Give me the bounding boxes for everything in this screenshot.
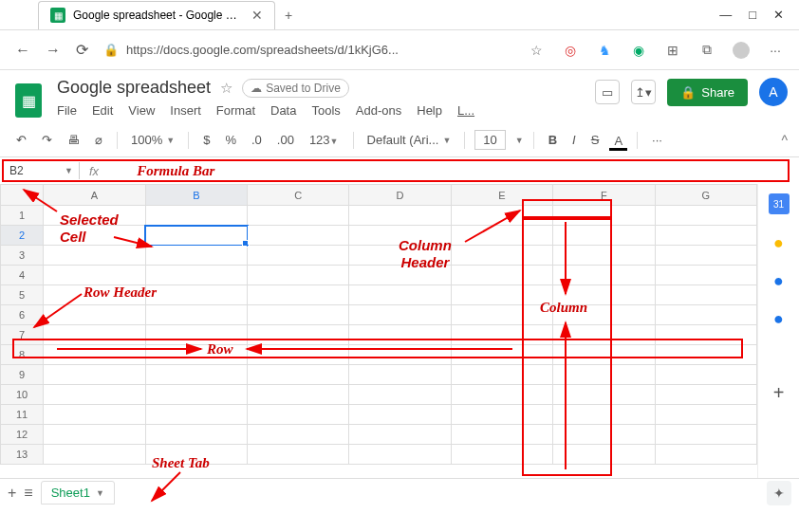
extension-icon-2[interactable]: ♞ bbox=[596, 42, 613, 59]
cell[interactable] bbox=[145, 425, 247, 445]
cell[interactable] bbox=[44, 445, 145, 465]
cell[interactable] bbox=[44, 345, 145, 365]
cell[interactable] bbox=[248, 365, 349, 385]
cell[interactable] bbox=[349, 305, 451, 325]
cell[interactable] bbox=[44, 266, 145, 285]
menu-item-file[interactable]: File bbox=[57, 103, 77, 118]
cell[interactable] bbox=[44, 226, 145, 246]
cell[interactable] bbox=[349, 226, 451, 246]
cell[interactable] bbox=[145, 206, 247, 226]
row-header[interactable]: 2 bbox=[1, 226, 44, 246]
cell[interactable] bbox=[553, 246, 655, 266]
keep-rail-icon[interactable]: ● bbox=[770, 233, 789, 252]
sheet-tab-active[interactable]: Sheet1▼ bbox=[41, 481, 115, 504]
saved-indicator[interactable]: ☁ Saved to Drive bbox=[242, 79, 349, 98]
italic-button[interactable]: I bbox=[567, 129, 581, 151]
cell[interactable] bbox=[349, 285, 451, 305]
row-header[interactable]: 6 bbox=[1, 305, 44, 325]
font-select[interactable]: Default (Ari...▼ bbox=[363, 131, 455, 149]
back-button[interactable]: ← bbox=[15, 42, 30, 59]
row-header[interactable]: 1 bbox=[1, 206, 44, 226]
cell[interactable] bbox=[145, 246, 247, 266]
currency-button[interactable]: $ bbox=[198, 129, 214, 151]
overflow-menu-icon[interactable]: ··· bbox=[767, 42, 784, 59]
cell[interactable] bbox=[349, 345, 451, 365]
new-tab-button[interactable]: + bbox=[285, 8, 292, 23]
cell[interactable] bbox=[349, 425, 451, 445]
row-header[interactable]: 8 bbox=[1, 345, 44, 365]
cell[interactable] bbox=[553, 345, 655, 365]
font-size-select[interactable]: 10 bbox=[474, 130, 505, 150]
all-sheets-button[interactable]: ≡ bbox=[24, 485, 32, 502]
column-header[interactable]: D bbox=[349, 185, 451, 206]
cell[interactable] bbox=[553, 385, 655, 405]
cell[interactable] bbox=[145, 385, 247, 405]
cell[interactable] bbox=[655, 345, 756, 365]
share-button[interactable]: 🔒 Share bbox=[667, 79, 748, 106]
cell[interactable] bbox=[349, 365, 451, 385]
explore-button[interactable]: ✦ bbox=[767, 481, 791, 505]
row-header[interactable]: 3 bbox=[1, 246, 44, 266]
cell[interactable] bbox=[248, 305, 349, 325]
menu-item-data[interactable]: Data bbox=[270, 103, 296, 118]
cell[interactable] bbox=[44, 365, 145, 385]
menu-item-addons[interactable]: Add-ons bbox=[356, 103, 401, 118]
cell[interactable] bbox=[44, 425, 145, 445]
cell[interactable] bbox=[655, 445, 756, 465]
cell[interactable] bbox=[451, 226, 552, 246]
collapse-toolbar-button[interactable]: ^ bbox=[781, 133, 788, 148]
cell[interactable] bbox=[451, 345, 552, 365]
cell[interactable] bbox=[248, 226, 349, 246]
column-header[interactable]: C bbox=[248, 185, 349, 206]
spreadsheet-grid[interactable]: ABCDEFG12345678910111213 bbox=[0, 184, 757, 478]
column-header[interactable]: E bbox=[451, 185, 552, 206]
cell[interactable] bbox=[248, 445, 349, 465]
select-all-cell[interactable] bbox=[1, 185, 44, 206]
cell[interactable] bbox=[145, 305, 247, 325]
cell[interactable] bbox=[44, 405, 145, 425]
extension-icon-1[interactable]: ◎ bbox=[562, 42, 579, 59]
close-window-button[interactable]: ✕ bbox=[773, 8, 784, 22]
comments-icon[interactable]: ▭ bbox=[595, 80, 620, 104]
menu-item-format[interactable]: Format bbox=[216, 103, 255, 118]
cell[interactable] bbox=[248, 325, 349, 345]
cell[interactable] bbox=[655, 365, 756, 385]
column-header[interactable]: G bbox=[655, 185, 756, 206]
reload-button[interactable]: ⟳ bbox=[76, 41, 88, 59]
cell[interactable] bbox=[145, 445, 247, 465]
sheets-logo[interactable]: ▦ bbox=[11, 78, 46, 123]
menu-item-insert[interactable]: Insert bbox=[170, 103, 201, 118]
extension-icon-3[interactable]: ◉ bbox=[630, 42, 647, 59]
cell[interactable] bbox=[349, 385, 451, 405]
contacts-rail-icon[interactable]: ● bbox=[770, 309, 789, 328]
cell[interactable] bbox=[44, 325, 145, 345]
cell[interactable] bbox=[145, 365, 247, 385]
cell[interactable] bbox=[349, 325, 451, 345]
cell[interactable] bbox=[553, 226, 655, 246]
cell[interactable] bbox=[451, 405, 552, 425]
cell[interactable] bbox=[451, 385, 552, 405]
menu-item-view[interactable]: View bbox=[128, 103, 155, 118]
toolbar-more-button[interactable]: ··· bbox=[647, 129, 667, 151]
cell[interactable] bbox=[451, 445, 552, 465]
percent-button[interactable]: % bbox=[220, 129, 241, 151]
cell[interactable] bbox=[451, 325, 552, 345]
forward-button[interactable]: → bbox=[46, 42, 61, 59]
cell[interactable] bbox=[349, 266, 451, 285]
paint-format-button[interactable]: ⌀ bbox=[90, 129, 107, 151]
undo-button[interactable]: ↶ bbox=[11, 129, 31, 151]
print-button[interactable]: 🖶 bbox=[63, 129, 84, 151]
cell[interactable] bbox=[248, 246, 349, 266]
row-header[interactable]: 13 bbox=[1, 445, 44, 465]
cell[interactable] bbox=[655, 385, 756, 405]
cell[interactable] bbox=[145, 325, 247, 345]
row-header[interactable]: 9 bbox=[1, 365, 44, 385]
cell[interactable] bbox=[655, 285, 756, 305]
cell[interactable] bbox=[248, 425, 349, 445]
zoom-select[interactable]: 100%▼ bbox=[127, 131, 178, 149]
cell[interactable] bbox=[451, 266, 552, 285]
menu-item-tools[interactable]: Tools bbox=[311, 103, 340, 118]
cell[interactable] bbox=[349, 246, 451, 266]
row-header[interactable]: 12 bbox=[1, 425, 44, 445]
decrease-decimal-button[interactable]: .0 bbox=[247, 129, 267, 151]
